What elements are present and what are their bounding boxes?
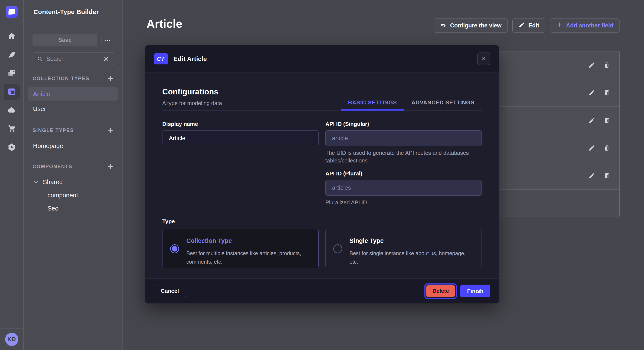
tab-advanced-settings[interactable]: ADVANCED SETTINGS xyxy=(404,96,482,111)
section-label: SINGLE TYPES xyxy=(32,128,74,133)
more-options-button[interactable]: … xyxy=(102,34,114,46)
sidebar-item-article[interactable]: Article xyxy=(28,87,118,101)
add-collection-type-icon[interactable] xyxy=(107,75,114,82)
add-field-label: Add another field xyxy=(566,22,613,29)
configurations-heading: Configurations xyxy=(162,87,218,96)
sidebar-item-homepage[interactable]: Homepage xyxy=(28,139,118,153)
delete-field-icon[interactable] xyxy=(602,171,612,180)
sidebar-header: Content-Type Builder xyxy=(24,0,122,24)
collection-types-section: COLLECTION TYPES xyxy=(32,75,114,82)
radio-unselected-icon[interactable] xyxy=(333,244,342,253)
radio-selected-icon[interactable] xyxy=(170,244,179,253)
app-window: KD Content-Type Builder Save … COLLECTIO… xyxy=(0,0,644,350)
logo-area xyxy=(0,0,23,24)
single-type-description: Best for single instance like about us, … xyxy=(350,249,476,266)
nav-settings[interactable] xyxy=(4,140,20,156)
modal-title: Edit Article xyxy=(173,55,207,62)
api-id-singular-help: The UID is used to generate the API rout… xyxy=(326,149,482,164)
group-label: Shared xyxy=(43,178,63,186)
collection-type-description: Best for multiple instances like article… xyxy=(186,249,312,266)
nav-home[interactable] xyxy=(4,28,20,45)
configure-list-icon xyxy=(440,22,446,29)
modal-body: Configurations A type for modeling data … xyxy=(145,73,499,278)
edit-field-icon[interactable] xyxy=(587,116,596,125)
nav-content-type-builder[interactable] xyxy=(4,84,20,100)
nav-rail: KD xyxy=(0,0,24,350)
content-type-badge: CT xyxy=(154,53,168,64)
page-title: Content-Type Builder xyxy=(34,8,99,15)
finish-button[interactable]: Finish xyxy=(460,285,490,297)
feather-icon xyxy=(7,50,16,60)
api-id-plural-input xyxy=(326,180,482,196)
single-types-section: SINGLE TYPES xyxy=(32,127,114,134)
search-input[interactable] xyxy=(46,56,100,62)
delete-field-icon[interactable] xyxy=(602,60,612,70)
layout-builder-icon xyxy=(7,87,16,97)
collection-type-option[interactable]: Collection Type Best for multiple instan… xyxy=(162,229,318,268)
delete-field-icon[interactable] xyxy=(602,88,612,97)
add-single-type-icon[interactable] xyxy=(107,127,114,134)
section-label: COMPONENTS xyxy=(32,164,72,170)
configurations-subheading: A type for modeling data xyxy=(162,100,222,107)
sidebar-item-component[interactable]: component xyxy=(28,189,118,202)
edit-button[interactable]: Edit xyxy=(512,18,546,32)
plus-icon xyxy=(556,22,563,29)
api-id-plural-help: Pluralized API ID xyxy=(326,199,482,206)
display-name-label: Display name xyxy=(162,121,318,127)
rail-footer: KD xyxy=(0,328,23,350)
content-type-title: Article xyxy=(146,17,182,30)
nav-content-manager[interactable] xyxy=(4,47,20,63)
edit-article-modal: CT Edit Article Configurations A type fo… xyxy=(145,45,499,303)
edit-field-icon[interactable] xyxy=(587,171,596,180)
sidebar-item-seo[interactable]: Seo xyxy=(28,202,118,215)
modal-footer: Cancel Delete Finish xyxy=(145,278,499,303)
gear-icon xyxy=(7,143,16,153)
configurations-header: Configurations A type for modeling data … xyxy=(162,73,482,111)
ellipsis-icon: … xyxy=(104,35,111,42)
delete-field-icon[interactable] xyxy=(602,143,612,153)
collection-type-title: Collection Type xyxy=(186,237,312,244)
nav-media-library[interactable] xyxy=(4,65,20,82)
configure-view-button[interactable]: Configure the view xyxy=(434,18,508,32)
sidebar-item-user[interactable]: User xyxy=(28,102,118,116)
chevron-down-icon xyxy=(33,179,39,185)
home-icon xyxy=(7,32,16,41)
sidebar: Content-Type Builder Save … COLLECTION T… xyxy=(24,0,123,350)
delete-button[interactable]: Delete xyxy=(426,285,455,297)
add-another-field-button[interactable]: Add another field xyxy=(550,18,620,32)
settings-tabs: BASIC SETTINGS ADVANCED SETTINGS xyxy=(341,96,482,111)
search-icon xyxy=(37,56,43,62)
edit-field-icon[interactable] xyxy=(587,143,596,153)
display-name-field: Display name xyxy=(162,121,318,146)
api-id-singular-input xyxy=(326,130,482,146)
cloud-icon xyxy=(7,106,16,116)
user-avatar[interactable]: KD xyxy=(5,333,18,346)
api-id-singular-label: API ID (Singular) xyxy=(326,121,482,127)
delete-button-highlight-ring: Delete xyxy=(424,283,457,299)
single-type-option[interactable]: Single Type Best for single instance lik… xyxy=(326,229,482,268)
clear-search-icon[interactable] xyxy=(103,56,110,62)
edit-field-icon[interactable] xyxy=(587,60,596,70)
edit-field-icon[interactable] xyxy=(587,88,596,97)
display-name-input[interactable] xyxy=(162,130,318,146)
api-id-singular-field: API ID (Singular) The UID is used to gen… xyxy=(326,121,482,164)
single-type-title: Single Type xyxy=(350,237,476,244)
section-label: COLLECTION TYPES xyxy=(32,76,90,81)
pencil-icon xyxy=(518,22,525,29)
save-button[interactable]: Save xyxy=(32,34,97,46)
close-modal-button[interactable] xyxy=(478,52,490,65)
configure-view-label: Configure the view xyxy=(450,22,502,29)
tab-basic-settings[interactable]: BASIC SETTINGS xyxy=(341,96,404,111)
type-label: Type xyxy=(162,218,482,225)
media-icon xyxy=(7,69,16,78)
sidebar-search[interactable] xyxy=(32,52,114,65)
modal-header: CT Edit Article xyxy=(145,45,499,73)
sidebar-group-shared[interactable]: Shared xyxy=(28,175,118,189)
nav-deploy[interactable] xyxy=(4,103,20,119)
add-component-icon[interactable] xyxy=(107,163,114,170)
edit-label: Edit xyxy=(528,22,539,29)
delete-field-icon[interactable] xyxy=(602,116,612,125)
nav-marketplace[interactable] xyxy=(4,121,20,137)
cancel-button[interactable]: Cancel xyxy=(154,285,186,297)
api-id-plural-field: API ID (Plural) Pluralized API ID xyxy=(326,170,482,206)
